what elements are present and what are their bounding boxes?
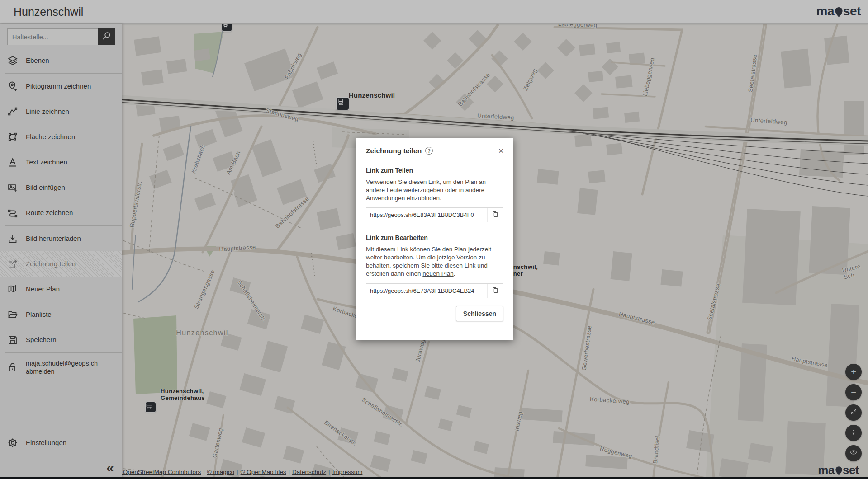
share-dialog: Zeichnung teilen ? × Link zum Teilen Ver…: [356, 138, 513, 340]
share-link-heading: Link zum Teilen: [366, 167, 503, 174]
share-link-description: Verwenden Sie diesen Link, um den Plan a…: [366, 178, 503, 202]
new-plan-link[interactable]: neuen Plan: [422, 270, 453, 277]
copy-icon: [492, 211, 499, 219]
edit-link-box: [366, 283, 503, 298]
schliessen-button[interactable]: Schliessen: [456, 306, 503, 321]
edit-link-heading: Link zum Bearbeiten: [366, 234, 503, 241]
share-link-box: [366, 207, 503, 222]
share-link-input[interactable]: [366, 208, 487, 222]
edit-link-description: Mit diesem Link können Sie den Plan jede…: [366, 245, 503, 278]
edit-link-input[interactable]: [366, 284, 487, 298]
dialog-header: Zeichnung teilen ? ×: [366, 146, 503, 155]
dialog-title: Zeichnung teilen: [366, 147, 422, 155]
close-icon[interactable]: ×: [498, 146, 503, 155]
mapset-app: LiebeggerwegFabrikwegBahnhofstrasseZelgw…: [0, 0, 868, 479]
copy-edit-link-button[interactable]: [487, 284, 503, 298]
copy-icon: [492, 286, 499, 295]
help-icon[interactable]: ?: [425, 147, 433, 155]
copy-share-link-button[interactable]: [487, 208, 503, 222]
edit-description-text: .: [454, 270, 455, 277]
dialog-footer: Schliessen: [366, 306, 503, 321]
